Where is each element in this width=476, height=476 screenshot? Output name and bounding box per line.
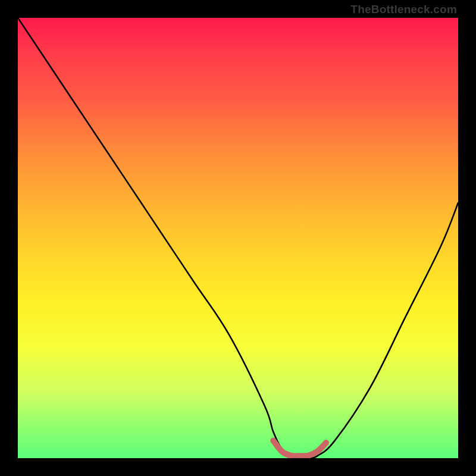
watermark-text: TheBottleneck.com <box>350 4 457 15</box>
highlight-segment-path <box>273 440 326 456</box>
chart-svg <box>18 18 458 458</box>
bottleneck-curve-path <box>18 18 458 458</box>
chart-frame: TheBottleneck.com <box>0 0 476 476</box>
